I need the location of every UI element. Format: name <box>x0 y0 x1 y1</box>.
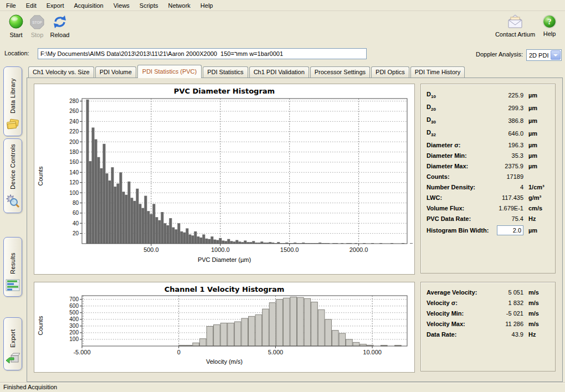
tab-pdi-volume[interactable]: PDI Volume <box>95 66 136 78</box>
menu-bar: FileEditExportAcquisitionViewsScriptsNet… <box>0 0 565 11</box>
svg-text:-5.000: -5.000 <box>73 349 90 355</box>
velocity-stat-row-velocity-max: Velocity Max:11 286m/s <box>427 318 549 329</box>
reload-button[interactable]: Reload <box>47 14 73 38</box>
gears-icon <box>6 194 20 209</box>
menu-item-help[interactable]: Help <box>196 1 218 11</box>
doppler-analysis-select[interactable]: 2D PDI <box>526 49 562 61</box>
stat-value: 117.435 <box>488 194 523 201</box>
sidebar-item-results[interactable]: Results <box>3 237 22 297</box>
histogram-bin-width-input[interactable] <box>497 225 523 235</box>
stop-icon: STOP <box>29 14 45 30</box>
stat-value: 43.9 <box>488 331 523 338</box>
stat-label: D32 <box>427 129 436 137</box>
svg-text:1000.0: 1000.0 <box>211 246 230 253</box>
svg-text:140: 140 <box>69 169 79 176</box>
diameter-stat-row-lwc: LWC:117.435g/m³ <box>427 192 549 203</box>
stat-label: Diameter Min: <box>427 152 467 159</box>
contact-artium-label: Contact Artium <box>490 31 540 38</box>
velocity-chart-body: Counts 100200300400500600700-5.00005.000… <box>34 293 414 358</box>
pvc-ylabel: Counts <box>37 151 44 201</box>
sidebar-item-export[interactable]: Export <box>3 317 22 370</box>
sidebar-item-device-controls[interactable]: Device Controls <box>3 138 22 213</box>
stat-label: D30 <box>427 116 436 125</box>
stat-label: Velocity Min: <box>427 310 464 317</box>
start-button[interactable]: Start <box>4 14 28 38</box>
tab-strip: Ch1 Velocity vs. SizePDI VolumePDI Stati… <box>28 63 563 78</box>
help-label: Help <box>538 30 561 37</box>
svg-text:280: 280 <box>69 98 79 104</box>
diameter-stat-row-d32: D32646.0µm <box>427 127 549 140</box>
doppler-analysis-value: 2D PDI <box>527 52 550 59</box>
pvc-xlabel: PVC Diameter (µm) <box>34 256 414 263</box>
stat-label: Histogram Bin Width: <box>427 227 489 234</box>
menu-item-edit[interactable]: Edit <box>21 1 42 11</box>
stat-value: 2375.9 <box>488 163 523 169</box>
stat-unit: m/s <box>528 321 549 327</box>
barchart-icon <box>6 278 20 293</box>
stat-value: 11 286 <box>488 321 523 327</box>
stat-value: 386.8 <box>488 117 523 124</box>
diameter-stat-row-d20: D20299.3µm <box>427 101 549 114</box>
stat-unit: µm <box>528 92 549 99</box>
pvc-diameter-histogram-panel: PVC Diameter Histogram Counts 2040608010… <box>34 84 415 275</box>
menu-item-acquisition[interactable]: Acquisition <box>69 1 109 11</box>
stat-label: Velocity σ: <box>427 300 458 306</box>
stop-button: STOP Stop <box>27 14 48 38</box>
stat-label: Diameter Max: <box>427 163 468 169</box>
menu-item-scripts[interactable]: Scripts <box>135 1 163 11</box>
start-icon <box>8 14 24 30</box>
velocity-histogram-plot: 100200300400500600700-5.00005.00010.000 <box>34 293 413 357</box>
chevron-down-icon <box>553 54 558 56</box>
menu-item-export[interactable]: Export <box>42 1 69 11</box>
start-label: Start <box>4 32 28 38</box>
diameter-stat-row-volume-flux: Volume Flux:1.679E-1cm/s <box>427 203 549 213</box>
stat-value: 1 832 <box>488 300 523 306</box>
velocity-histogram-panel: Channel 1 Velocity Histogram Counts 1002… <box>34 282 415 373</box>
stat-label: D10 <box>427 91 436 99</box>
tab-processor-settings[interactable]: Processor Settings <box>310 66 370 78</box>
tab-ch1-velocity-vs-size[interactable]: Ch1 Velocity vs. Size <box>28 66 94 78</box>
stat-unit: m/s <box>528 289 549 296</box>
svg-text:160: 160 <box>69 159 79 165</box>
stat-unit: µm <box>528 105 549 111</box>
stat-value: 4 <box>488 184 523 190</box>
menu-item-network[interactable]: Network <box>163 1 195 11</box>
tab-ch1-pdi-validation[interactable]: Ch1 PDI Validation <box>249 66 309 78</box>
menu-item-views[interactable]: Views <box>109 1 135 11</box>
sidebar-item-label: Results <box>9 238 16 278</box>
svg-text:300: 300 <box>69 323 79 329</box>
svg-text:100: 100 <box>69 336 79 342</box>
tab-pdi-statistics[interactable]: PDI Statistics <box>203 66 248 78</box>
stat-unit: µm <box>528 142 549 148</box>
help-button[interactable]: ? Help <box>538 14 561 37</box>
diameter-stat-row-diameter: Diameter σ:196.3µm <box>427 140 549 150</box>
sidebar-item-label: Device Controls <box>9 139 16 194</box>
sidebar-item-data-library[interactable]: Data Library <box>3 66 22 136</box>
sidebar: Data LibraryDevice ControlsResultsExport <box>0 62 25 382</box>
velocity-stat-row-average-velocity: Average Velocity:5 051m/s <box>427 287 549 297</box>
stat-label: LWC: <box>427 194 442 201</box>
diameter-statistics-panel: D10225.9µmD20299.3µmD30386.8µmD32646.0µm… <box>420 84 556 274</box>
reload-label: Reload <box>47 32 73 38</box>
tab-pdi-time-history[interactable]: PDI Time History <box>410 66 465 78</box>
svg-text:220: 220 <box>69 128 79 135</box>
menu-item-file[interactable]: File <box>1 1 21 11</box>
diameter-stat-row-counts: Counts:17189 <box>427 171 549 182</box>
svg-text:5.000: 5.000 <box>268 349 284 355</box>
stat-value: 75.4 <box>488 215 523 222</box>
svg-text:10.000: 10.000 <box>363 349 382 355</box>
tab-pdi-statistics-pvc[interactable]: PDI Statistics (PVC) <box>137 65 202 78</box>
location-input[interactable] <box>38 48 367 59</box>
stat-value: 225.9 <box>488 92 523 99</box>
diameter-stat-row-number-density: Number Density:41/cm³ <box>427 182 549 192</box>
export-icon <box>6 352 20 367</box>
stat-value: 646.0 <box>488 130 523 137</box>
svg-text:0: 0 <box>177 349 181 355</box>
tab-pdi-optics[interactable]: PDI Optics <box>371 66 409 78</box>
diameter-stat-row-diameter-max: Diameter Max:2375.9µm <box>427 161 549 171</box>
contact-artium-button[interactable]: Contact Artium <box>490 14 540 38</box>
svg-text:200: 200 <box>69 139 79 145</box>
combo-dropdown-button[interactable] <box>551 50 561 60</box>
reload-icon <box>52 14 68 30</box>
svg-text:700: 700 <box>69 296 79 302</box>
